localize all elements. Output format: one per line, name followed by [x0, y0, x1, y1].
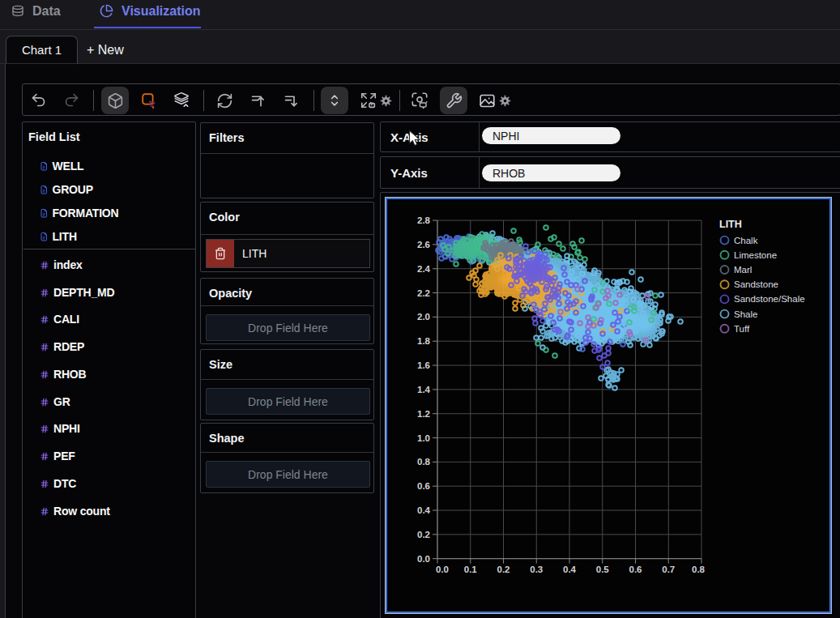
svg-text:0.2: 0.2 — [417, 530, 430, 539]
svg-text:Shale: Shale — [734, 309, 757, 319]
svg-text:0.6: 0.6 — [417, 481, 430, 491]
svg-text:1.6: 1.6 — [417, 360, 430, 370]
svg-text:0.6: 0.6 — [629, 565, 642, 574]
svg-text:Sandstone: Sandstone — [734, 279, 778, 289]
svg-text:0.8: 0.8 — [417, 457, 431, 467]
svg-text:2.8: 2.8 — [417, 215, 431, 225]
svg-text:2.4: 2.4 — [417, 264, 431, 274]
svg-text:0.2: 0.2 — [497, 565, 510, 574]
svg-text:0.7: 0.7 — [662, 565, 675, 574]
svg-text:0.8: 0.8 — [692, 565, 706, 574]
svg-text:0.0: 0.0 — [436, 565, 449, 574]
svg-text:LITH: LITH — [719, 219, 742, 230]
svg-text:2.0: 2.0 — [417, 312, 430, 322]
svg-text:0.1: 0.1 — [464, 565, 478, 574]
svg-text:1.0: 1.0 — [417, 433, 430, 443]
svg-text:1.2: 1.2 — [417, 409, 430, 419]
svg-text:2.6: 2.6 — [417, 240, 430, 249]
svg-text:Sandstone/Shale: Sandstone/Shale — [734, 294, 805, 304]
svg-text:Limestone: Limestone — [734, 250, 777, 260]
svg-text:1.8: 1.8 — [417, 336, 431, 346]
svg-text:Marl: Marl — [734, 265, 752, 275]
svg-text:0.5: 0.5 — [596, 565, 610, 574]
svg-text:0.4: 0.4 — [417, 505, 431, 515]
svg-text:0.3: 0.3 — [530, 565, 543, 574]
svg-text:2.2: 2.2 — [417, 288, 430, 298]
svg-text:Tuff: Tuff — [734, 324, 750, 334]
svg-text:Chalk: Chalk — [734, 236, 758, 245]
svg-text:1.4: 1.4 — [417, 385, 431, 394]
svg-text:0.4: 0.4 — [563, 565, 577, 574]
svg-text:0.0: 0.0 — [417, 554, 430, 564]
